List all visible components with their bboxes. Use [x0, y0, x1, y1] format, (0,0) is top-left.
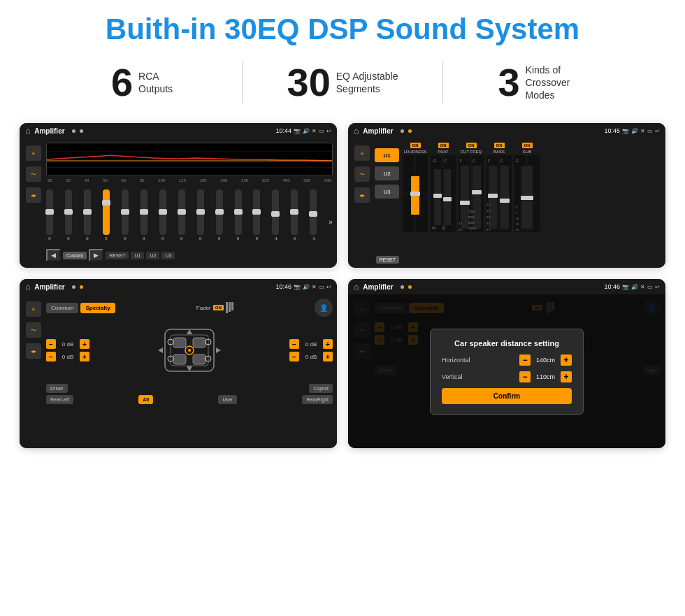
eq-u3-btn[interactable]: U3	[161, 252, 175, 259]
cs-sidebar-wave-btn[interactable]: 〜	[26, 322, 41, 338]
svg-text:G: G	[473, 159, 475, 163]
page-title: Buith-in 30EQ DSP Sound System	[7, 13, 678, 46]
svg-text:G: G	[500, 159, 503, 163]
cs-btn-all[interactable]: All	[138, 395, 153, 404]
cs-btn-rearleft[interactable]: RearLeft	[46, 395, 73, 404]
eq-reset-btn[interactable]: RESET	[106, 252, 129, 259]
cs-vol-val-1: 0 dB	[58, 341, 78, 348]
svg-text:20: 20	[516, 228, 519, 231]
dialog-horizontal-controls: − 140cm +	[519, 354, 572, 366]
cs-minus-1[interactable]: −	[46, 339, 56, 349]
freq-50: 50	[103, 178, 108, 182]
eq-slider-11[interactable]: 0	[253, 189, 260, 241]
eq-slider-7[interactable]: 0	[178, 189, 185, 241]
eq-prev-btn[interactable]: ◀	[46, 249, 61, 262]
cs-btn-copilot[interactable]: Copilot	[309, 384, 333, 393]
svg-text:F: F	[460, 159, 462, 163]
dsp-preset-u1[interactable]: U1	[375, 148, 399, 162]
home-icon[interactable]: ⌂	[25, 126, 30, 136]
cs-right-vol: − 0 dB + − 0 dB +	[289, 339, 333, 361]
stat-eq: 30 EQ Adjustable Segments	[243, 63, 442, 102]
eq-sidebar-eq-btn[interactable]: ≡	[26, 145, 41, 161]
camera-icon: 📷	[294, 128, 301, 134]
eq-app-title: Amplifier	[34, 127, 64, 135]
svg-text:2.0: 2.0	[486, 215, 491, 219]
eq-slider-5[interactable]: 0	[140, 189, 147, 241]
eq-slider-6[interactable]: 0	[159, 189, 166, 241]
eq-slider-12[interactable]: -1	[272, 189, 279, 241]
svg-text:80Hz: 80Hz	[468, 215, 475, 219]
page-header: Buith-in 30EQ DSP Sound System	[0, 0, 685, 53]
on-badge-loudness: ON	[410, 143, 421, 148]
cs-minus-2[interactable]: −	[46, 352, 56, 361]
dialog-horizontal-minus[interactable]: −	[519, 354, 531, 366]
dialog-vertical-minus[interactable]: −	[519, 371, 531, 382]
cs-sidebar-eq-btn[interactable]: ≡	[26, 301, 41, 317]
dlg-home-icon[interactable]: ⌂	[354, 282, 359, 292]
dialog-confirm-button[interactable]: Confirm	[442, 388, 572, 404]
cs-vol-val-2: 0 dB	[58, 354, 78, 360]
eq-sidebar-wave-btn[interactable]: 〜	[26, 166, 41, 182]
dsp-reset-btn[interactable]: RESET	[376, 256, 399, 264]
eq-play-btn[interactable]: ▶	[89, 249, 103, 262]
cs-bottom-row2: RearLeft All User RearRight	[46, 395, 333, 404]
cs-home-icon[interactable]: ⌂	[25, 282, 30, 292]
dsp-sidebar: ≡ 〜 ◂▸	[352, 143, 372, 264]
cs-tab-common[interactable]: Common	[46, 303, 78, 313]
freq-200: 200	[220, 178, 227, 182]
freq-63: 63	[122, 178, 127, 182]
eq-sidebar-vol-btn[interactable]: ◂▸	[26, 187, 41, 203]
eq-val-14: -1	[312, 236, 315, 241]
eq-slider-0[interactable]: 0	[46, 189, 53, 241]
eq-slider-track-7	[178, 189, 185, 235]
dsp-sidebar-wave-btn[interactable]: 〜	[354, 166, 370, 182]
eq-val-7: 0	[180, 236, 182, 241]
dialog-vertical-plus[interactable]: +	[561, 371, 572, 382]
cs-plus-1[interactable]: +	[80, 339, 89, 349]
dsp-sidebar-vol-btn[interactable]: ◂▸	[354, 187, 370, 203]
dsp-dot2	[408, 129, 412, 133]
eq-slider-4[interactable]: 0	[122, 189, 129, 241]
eq-slider-track-10	[235, 189, 242, 235]
eq-slider-2[interactable]: 0	[84, 189, 91, 241]
eq-slider-8[interactable]: 0	[197, 189, 204, 241]
eq-slider-9[interactable]: 0	[216, 189, 223, 241]
eq-slider-track-12	[272, 189, 279, 235]
eq-slider-track-9	[216, 189, 223, 235]
dsp-home-icon[interactable]: ⌂	[354, 126, 359, 136]
cs-btn-driver[interactable]: Driver	[46, 384, 68, 393]
eq-expand-btn[interactable]: »	[329, 204, 333, 226]
eq-val-2: 0	[86, 236, 88, 241]
dsp-screen: ⌂ Amplifier 10:45 📷 🔊 ✕ ▭ ↩ ≡ 〜 ◂▸ U1	[348, 123, 665, 268]
close-icon: ✕	[312, 128, 317, 134]
freq-320: 320	[262, 178, 269, 182]
cs-tab-specialty[interactable]: Specialty	[80, 303, 115, 313]
cs-plus-2[interactable]: +	[80, 352, 89, 361]
eq-slider-13[interactable]: 0	[291, 189, 298, 241]
eq-slider-3[interactable]: 5	[103, 189, 110, 241]
eq-preset-custom[interactable]: Custom	[63, 252, 87, 259]
dsp-preset-u2[interactable]: U2	[375, 166, 399, 180]
dlg-dot1	[401, 285, 404, 289]
eq-slider-1[interactable]: 0	[65, 189, 72, 241]
eq-u1-btn[interactable]: U1	[131, 252, 144, 259]
dsp-sidebar-eq-btn[interactable]: ≡	[354, 145, 370, 161]
cs-plus-3[interactable]: +	[323, 339, 333, 349]
eq-u2-btn[interactable]: U2	[146, 252, 159, 259]
dialog-horizontal-plus[interactable]: +	[561, 354, 572, 366]
cs-left-vol: − 0 dB + − 0 dB +	[46, 339, 89, 361]
cs-plus-4[interactable]: +	[323, 352, 333, 361]
eq-slider-10[interactable]: 0	[235, 189, 242, 241]
eq-slider-14[interactable]: -1	[310, 189, 317, 241]
cs-minus-3[interactable]: −	[289, 339, 299, 349]
cs-btn-user[interactable]: User	[218, 395, 237, 404]
car-diagram-svg	[151, 322, 228, 378]
eq-val-5: 0	[143, 236, 145, 241]
cs-sidebar: ≡ 〜 ◂▸	[24, 299, 43, 444]
cs-avatar-btn[interactable]: 👤	[315, 299, 333, 317]
cs-btn-rearright[interactable]: RearRight	[302, 395, 333, 404]
cs-sidebar-vol-btn[interactable]: ◂▸	[26, 343, 41, 359]
cs-minus-4[interactable]: −	[289, 352, 299, 361]
dsp-preset-u3[interactable]: U3	[375, 185, 399, 199]
svg-rect-34	[488, 194, 498, 198]
